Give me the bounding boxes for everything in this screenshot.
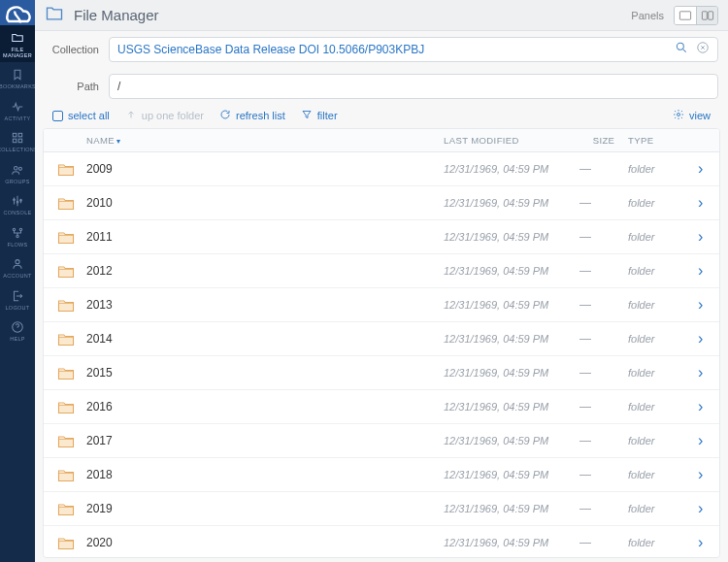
single-panel-button[interactable] [675,7,696,24]
collection-input-wrap [109,37,718,62]
row-size: — [579,162,628,176]
chevron-right-icon[interactable]: › [698,501,711,516]
row-modified: 12/31/1969, 04:59 PM [444,231,579,243]
sidebar-item-label: HELP [10,337,25,343]
flows-icon [11,226,24,241]
refresh-icon [219,109,231,122]
up-icon [125,109,137,122]
row-modified: 12/31/1969, 04:59 PM [444,197,579,209]
refresh-button[interactable]: refresh list [219,109,285,122]
path-input-wrap [109,74,718,99]
activity-icon [11,100,24,115]
column-type[interactable]: TYPE [628,135,698,146]
row-size: — [579,230,628,244]
row-modified: 12/31/1969, 04:59 PM [444,265,579,277]
column-name[interactable]: NAME▾ [86,135,444,146]
table-row[interactable]: 201312/31/1969, 04:59 PM—folder› [44,288,719,322]
sidebar-item-help[interactable]: HELP [0,314,35,347]
select-all-button[interactable]: select all [52,110,110,121]
chevron-right-icon[interactable]: › [698,399,711,414]
sidebar-item-label: CONSOLE [4,211,32,216]
table-row[interactable]: 201212/31/1969, 04:59 PM—folder› [44,254,719,288]
sidebar-item-groups[interactable]: GROUPS [0,157,35,189]
view-button[interactable]: view [673,109,711,122]
chevron-right-icon[interactable]: › [698,467,711,482]
row-modified: 12/31/1969, 04:59 PM [444,163,579,175]
clear-icon[interactable] [696,41,710,58]
svg-rect-16 [708,11,712,18]
row-name: 2019 [86,502,444,515]
table-row[interactable]: 201612/31/1969, 04:59 PM—folder› [44,390,719,424]
svg-point-17 [677,43,683,50]
row-size: — [579,536,628,549]
sidebar-item-bookmarks[interactable]: BOOKMARKS [0,62,35,94]
table-row[interactable]: 201012/31/1969, 04:59 PM—folder› [44,186,719,220]
folder-icon [11,31,24,46]
sidebar-item-label: LOGOUT [5,306,29,312]
table-row[interactable]: 201712/31/1969, 04:59 PM—folder› [44,424,719,458]
sidebar-item-file-manager[interactable]: FILE MANAGER [0,25,35,62]
sidebar-item-console[interactable]: CONSOLE [0,188,35,220]
table-row[interactable]: 201812/31/1969, 04:59 PM—folder› [44,458,719,492]
chevron-right-icon[interactable]: › [698,535,711,550]
chevron-right-icon[interactable]: › [698,263,711,279]
file-grid[interactable]: NAME▾ LAST MODIFIED SIZE TYPE 200912/31/… [43,128,720,558]
sidebar-item-activity[interactable]: ACTIVITY [0,94,35,126]
sidebar-item-label: FILE MANAGER [0,48,35,58]
chevron-right-icon[interactable]: › [698,331,711,347]
row-type: folder [628,265,698,277]
svg-rect-3 [18,139,22,143]
row-size: — [579,332,628,346]
folder-icon [57,298,86,313]
table-row[interactable]: 201512/31/1969, 04:59 PM—folder› [44,356,719,390]
row-type: folder [628,401,698,413]
file-grid-wrap: NAME▾ LAST MODIFIED SIZE TYPE 200912/31/… [35,128,728,562]
chevron-right-icon[interactable]: › [698,195,711,211]
sidebar-item-collections[interactable]: COLLECTIONS [0,125,35,157]
row-name: 2020 [86,536,444,549]
collection-input[interactable] [117,43,710,56]
sidebar-item-flows[interactable]: FLOWS [0,220,35,252]
column-modified[interactable]: LAST MODIFIED [444,135,579,146]
sidebar-item-logout[interactable]: LOGOUT [0,283,35,315]
sidebar-item-label: FLOWS [7,243,27,248]
search-icon[interactable] [675,41,688,58]
folder-icon [45,4,64,27]
chevron-right-icon[interactable]: › [698,297,711,313]
svg-rect-0 [13,133,17,137]
row-size: — [579,264,628,278]
table-row[interactable]: 201412/31/1969, 04:59 PM—folder› [44,322,719,356]
toolbar-label: filter [317,110,338,121]
row-modified: 12/31/1969, 04:59 PM [444,299,579,311]
row-modified: 12/31/1969, 04:59 PM [444,537,579,548]
filter-button[interactable]: filter [301,109,338,122]
column-size[interactable]: SIZE [579,135,628,146]
table-row[interactable]: 201912/31/1969, 04:59 PM—folder› [44,492,719,526]
row-size: — [579,502,628,515]
row-name: 2011 [86,230,444,244]
row-modified: 12/31/1969, 04:59 PM [444,503,579,514]
up-one-folder-button[interactable]: up one folder [125,109,204,122]
chevron-right-icon[interactable]: › [698,161,711,177]
row-modified: 12/31/1969, 04:59 PM [444,333,579,345]
brand-logo[interactable] [0,0,35,25]
row-type: folder [628,299,698,311]
table-row[interactable]: 202012/31/1969, 04:59 PM—folder› [44,526,719,558]
path-input[interactable] [117,80,710,93]
row-name: 2013 [86,298,444,312]
console-icon [11,194,24,209]
chevron-right-icon[interactable]: › [698,229,711,245]
folder-icon [57,196,86,211]
row-type: folder [628,503,698,514]
svg-rect-15 [702,11,707,18]
svg-point-12 [16,260,19,264]
chevron-right-icon[interactable]: › [698,365,711,380]
chevron-right-icon[interactable]: › [698,433,711,448]
dual-panel-button[interactable] [696,7,717,24]
svg-rect-1 [18,133,22,137]
collection-row: Collection [35,31,728,68]
table-row[interactable]: 201112/31/1969, 04:59 PM—folder› [44,220,719,254]
sidebar-item-account[interactable]: ACCOUNT [0,251,35,283]
titlebar: File Manager Panels [35,0,728,31]
table-row[interactable]: 200912/31/1969, 04:59 PM—folder› [44,152,719,186]
